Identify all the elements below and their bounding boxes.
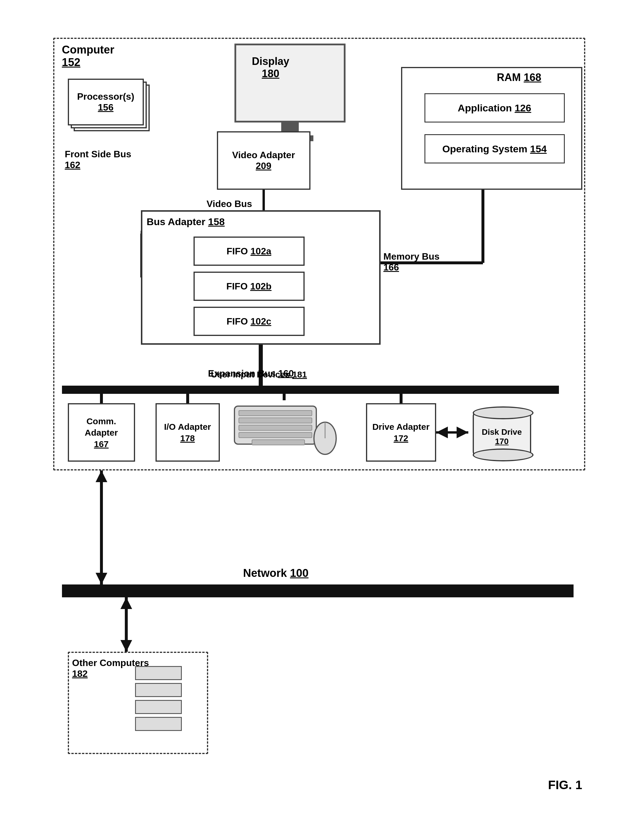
memory-bus-id: 166 [383, 262, 399, 273]
fifo-c-box: FIFO 102c [193, 307, 305, 336]
processor-stack: Processor(s) 156 [68, 79, 150, 137]
fifo-a-box: FIFO 102a [193, 236, 305, 266]
svg-rect-38 [239, 433, 312, 438]
io-adapter-id: 178 [164, 433, 211, 444]
ram-box [401, 67, 582, 190]
io-adapter-label: I/O Adapter 178 [164, 421, 211, 444]
server-unit-1 [135, 666, 182, 680]
comm-adapter-box: Comm. Adapter 167 [68, 403, 135, 462]
fifo-b-id: 102b [250, 281, 271, 292]
processor-name: Processor(s) [77, 91, 135, 102]
drive-adapter-box: Drive Adapter 172 [366, 403, 436, 462]
network-name: Network [243, 567, 287, 579]
comm-adapter-label: Comm. Adapter 167 [69, 416, 134, 450]
comm-adapter-name: Comm. Adapter [69, 416, 134, 438]
processor-label: Processor(s) 156 [77, 91, 135, 113]
os-label: Operating System 154 [442, 143, 547, 155]
video-adapter-box: Video Adapter 209 [217, 131, 310, 190]
front-side-bus-name: Front Side Bus [65, 149, 132, 160]
fifo-b-label: FIFO 102b [226, 281, 271, 292]
io-adapter-box: I/O Adapter 178 [155, 403, 220, 462]
comm-adapter-id: 167 [69, 438, 134, 450]
svg-rect-35 [239, 410, 312, 416]
computer-id: 152 [62, 56, 114, 69]
drive-adapter-name: Drive Adapter [373, 421, 430, 433]
io-adapter-name: I/O Adapter [164, 421, 211, 433]
memory-bus-name: Memory Bus [383, 251, 440, 262]
user-input-id: 181 [292, 370, 307, 379]
svg-marker-30 [120, 640, 132, 652]
server-rack [129, 658, 188, 740]
fifo-b-name: FIFO [226, 281, 248, 292]
disk-drive-box: Disk Drive 170 [468, 399, 535, 469]
keyboard-svg [228, 400, 340, 459]
svg-rect-36 [239, 418, 312, 423]
svg-marker-28 [96, 470, 107, 482]
bus-adapter-name: Bus Adapter [147, 216, 205, 227]
fifo-a-name: FIFO [227, 246, 248, 256]
fifo-c-name: FIFO [227, 316, 248, 327]
ram-id: 168 [524, 71, 541, 83]
server-unit-2 [135, 683, 182, 697]
video-bus-name: Video Bus [207, 198, 252, 209]
network-id: 100 [290, 567, 308, 579]
ram-name: RAM [497, 71, 521, 83]
network-label: Network 100 [243, 567, 309, 580]
os-box: Operating System 154 [425, 134, 565, 163]
video-adapter-name: Video Adapter [232, 150, 295, 161]
fifo-c-id: 102c [250, 316, 271, 327]
front-side-bus-id: 162 [65, 160, 132, 170]
drive-adapter-label: Drive Adapter 172 [373, 421, 430, 444]
video-adapter-id: 209 [232, 161, 295, 171]
video-adapter-label: Video Adapter 209 [232, 150, 295, 171]
application-name: Application [458, 102, 512, 114]
fifo-b-box: FIFO 102b [193, 272, 305, 301]
svg-marker-31 [120, 597, 132, 609]
disk-cylinder: Disk Drive 170 [473, 410, 531, 457]
user-input-name: User Input Devices [211, 370, 290, 379]
proc-box-front: Processor(s) 156 [68, 79, 144, 126]
application-id: 126 [515, 102, 531, 114]
computer-name: Computer [62, 44, 114, 56]
svg-rect-39 [252, 440, 305, 445]
fifo-a-id: 102a [250, 246, 271, 256]
server-unit-4 [135, 717, 182, 731]
svg-marker-27 [96, 573, 107, 585]
disk-drive-name: Disk Drive [482, 427, 522, 437]
os-id: 154 [530, 143, 547, 154]
server-unit-3 [135, 700, 182, 714]
page: Computer 152 Display 180 RAM 168 Applica… [0, 0, 644, 821]
disk-drive-id: 170 [482, 437, 522, 446]
fifo-c-label: FIFO 102c [227, 316, 271, 327]
drive-adapter-id: 172 [373, 433, 430, 444]
display-box [235, 44, 345, 123]
application-label: Application 126 [458, 102, 531, 114]
application-box: Application 126 [425, 93, 565, 123]
user-input-label: User Input Devices 181 [211, 370, 307, 379]
diagram-container: Computer 152 Display 180 RAM 168 Applica… [44, 29, 600, 804]
bus-adapter-id: 158 [208, 216, 225, 227]
fig-label: FIG. 1 [548, 778, 582, 792]
fifo-a-label: FIFO 102a [227, 246, 271, 257]
svg-rect-37 [239, 425, 312, 430]
os-name: Operating System [442, 143, 527, 154]
network-bar [62, 585, 573, 597]
keyboard-area [228, 400, 340, 459]
processor-id: 156 [77, 102, 135, 113]
expansion-bus-bar [62, 386, 559, 394]
front-side-bus-label: Front Side Bus 162 [65, 149, 132, 170]
computer-label: Computer 152 [62, 44, 114, 69]
memory-bus-label: Memory Bus 166 [383, 251, 440, 273]
ram-label: RAM 168 [497, 71, 541, 84]
bus-adapter-label: Bus Adapter 158 [147, 216, 225, 227]
